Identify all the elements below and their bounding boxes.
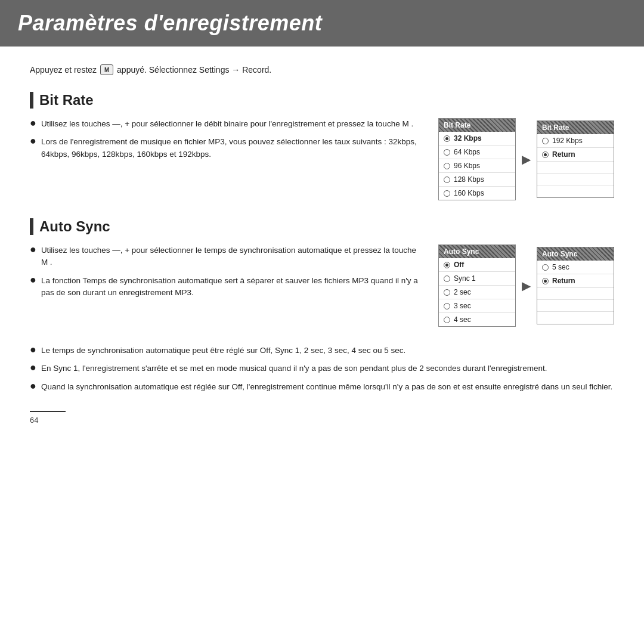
bullet-item: ● Utilisez les touches —, + pour sélecti… xyxy=(30,244,420,269)
menu-item[interactable]: 32 Kbps xyxy=(439,132,515,145)
bullet-text: Lors de l'enregistrement de musique en f… xyxy=(41,136,420,160)
menu-item-empty xyxy=(537,288,614,300)
menu-item-empty xyxy=(537,300,614,312)
menu-item[interactable]: 192 Kbps xyxy=(537,134,614,148)
menu-item-empty xyxy=(537,185,614,197)
bit-rate-menu-right: Bit Rate 192 Kbps Return xyxy=(537,120,614,198)
section-bit-rate: Bit Rate ● Utilisez les touches —, + pou… xyxy=(30,92,614,200)
menu-item-empty xyxy=(537,174,614,185)
menu-item[interactable]: Off xyxy=(439,258,515,272)
bullet-item: ● La fonction Temps de synchronisation a… xyxy=(30,275,420,299)
radio-empty xyxy=(444,317,450,323)
menu-item[interactable]: 3 sec xyxy=(439,299,515,313)
bullet-item: ● En Sync 1, l'enregistrement s'arrête e… xyxy=(30,363,614,374)
menu-arrow-icon: ▶ xyxy=(522,278,531,293)
menu-header: Auto Sync xyxy=(537,247,614,261)
auto-sync-bullets: ● Utilisez les touches —, + pour sélecti… xyxy=(30,244,420,299)
auto-sync-bottom-bullets: ● Le temps de synchronisation automatiqu… xyxy=(30,345,614,393)
radio-empty xyxy=(542,264,549,271)
menu-header: Auto Sync xyxy=(439,245,515,258)
bullet-text: Quand la synchronisation automatique est… xyxy=(41,381,612,393)
menu-item[interactable]: 4 sec xyxy=(439,313,515,326)
intro-before: Appuyez et restez xyxy=(30,65,97,75)
menu-item[interactable]: 96 Kbps xyxy=(439,159,515,173)
bullet-item: ● Lors de l'enregistrement de musique en… xyxy=(30,136,420,160)
menu-item[interactable]: 160 Kbps xyxy=(439,187,515,200)
bullet-text: Utilisez les touches —, + pour sélection… xyxy=(41,244,420,269)
radio-selected xyxy=(444,262,450,268)
bullet-item: ● Quand la synchronisation automatique e… xyxy=(30,381,614,393)
radio-selected xyxy=(542,278,549,284)
section-bar-auto-sync xyxy=(30,218,33,235)
section-title-auto-sync: Auto Sync xyxy=(39,218,110,235)
menu-item-empty xyxy=(537,162,614,174)
intro-line: Appuyez et restez M appuyé. Sélectionnez… xyxy=(30,64,614,75)
menu-item-return[interactable]: Return xyxy=(537,274,614,288)
radio-empty xyxy=(444,177,450,183)
menu-item[interactable]: Sync 1 xyxy=(439,272,515,286)
bullet-item: ● Le temps de synchronisation automatiqu… xyxy=(30,345,614,357)
menu-item-return[interactable]: Return xyxy=(537,148,614,162)
section-auto-sync: Auto Sync ● Utilisez les touches —, + po… xyxy=(30,218,614,393)
radio-empty xyxy=(444,149,450,156)
radio-empty xyxy=(444,289,450,296)
menu-item[interactable]: 5 sec xyxy=(537,261,614,274)
page-number: 64 xyxy=(30,411,66,425)
radio-empty xyxy=(444,190,450,197)
section-bar-bit-rate xyxy=(30,92,33,109)
page-header: Paramètres d'enregistrement xyxy=(0,0,644,47)
bullet-text: Utilisez les touches —, + pour sélection… xyxy=(41,118,413,130)
radio-empty xyxy=(444,303,450,309)
bit-rate-bullets: ● Utilisez les touches —, + pour sélecti… xyxy=(30,118,420,160)
menu-header: Bit Rate xyxy=(439,119,515,132)
auto-sync-menu-right: Auto Sync 5 sec Return xyxy=(537,247,614,324)
menu-header: Bit Rate xyxy=(537,121,614,134)
page-title: Paramètres d'enregistrement xyxy=(18,11,620,36)
section-title-bit-rate: Bit Rate xyxy=(39,92,94,109)
bullet-text: En Sync 1, l'enregistrement s'arrête et … xyxy=(41,363,547,374)
bullet-text: La fonction Temps de synchronisation aut… xyxy=(41,275,420,299)
radio-empty xyxy=(444,163,450,169)
auto-sync-menu-left: Auto Sync Off Sync 1 2 sec xyxy=(438,244,516,327)
menu-item[interactable]: 2 sec xyxy=(439,286,515,299)
radio-selected xyxy=(542,151,549,158)
menu-arrow-icon: ▶ xyxy=(522,152,531,166)
m-key-icon: M xyxy=(100,64,113,75)
menu-item[interactable]: 64 Kbps xyxy=(439,145,515,159)
radio-empty xyxy=(542,138,549,144)
bullet-item: ● Utilisez les touches —, + pour sélecti… xyxy=(30,118,420,130)
menu-item-empty xyxy=(537,312,614,324)
intro-after: appuyé. Sélectionnez Settings → Record. xyxy=(117,65,271,75)
bullet-text: Le temps de synchronisation automatique … xyxy=(41,345,405,357)
menu-item[interactable]: 128 Kbps xyxy=(439,173,515,187)
radio-selected xyxy=(444,135,450,142)
radio-empty xyxy=(444,275,450,282)
bit-rate-menu-left: Bit Rate 32 Kbps 64 Kbps 96 Kbps xyxy=(438,118,516,200)
